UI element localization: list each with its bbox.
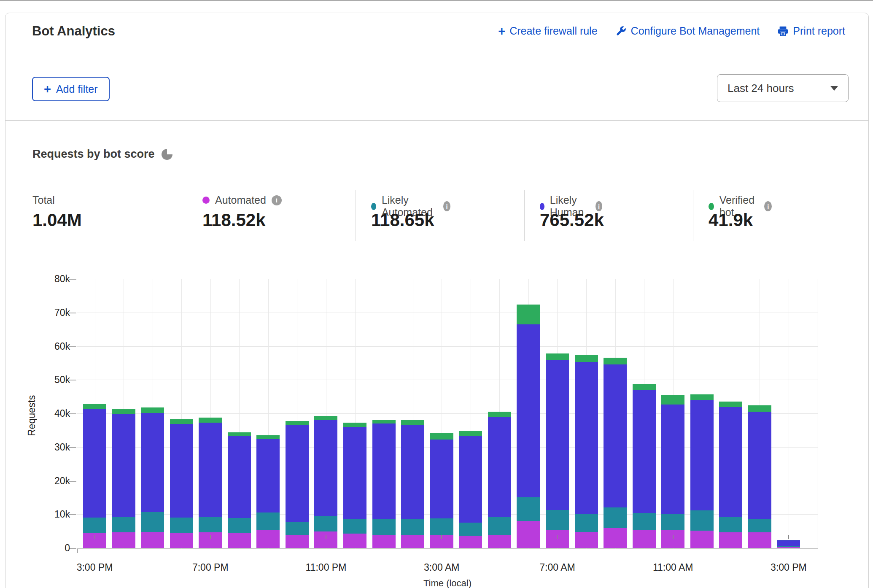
bar-segment [633, 384, 656, 390]
page-title: Bot Analytics [32, 24, 115, 39]
bar-group[interactable] [343, 423, 366, 548]
y-tick-label: 50k [25, 374, 70, 386]
x-gridline [817, 279, 817, 548]
page-top-border [0, 0, 873, 1]
add-filter-label: Add filter [56, 83, 98, 95]
chevron-down-icon [830, 86, 838, 91]
bar-segment [141, 512, 164, 532]
bar-group[interactable] [719, 402, 742, 548]
bar-segment [170, 424, 193, 518]
print-report-link[interactable]: Print report [777, 25, 845, 37]
bar-group[interactable] [777, 540, 800, 548]
bar-segment [459, 523, 482, 536]
create-firewall-rule-link[interactable]: + Create firewall rule [498, 25, 597, 37]
stat-total-label: Total [32, 194, 55, 206]
section-heading-row: Requests by bot score [32, 148, 172, 161]
time-range-value: Last 24 hours [728, 82, 794, 95]
bar-segment [633, 390, 656, 513]
printer-icon [777, 25, 789, 37]
bar-group[interactable] [604, 358, 627, 548]
bar-segment [343, 427, 366, 519]
bar-group[interactable] [83, 404, 106, 548]
bar-segment [343, 519, 366, 533]
x-tick-label: 3:00 PM [759, 562, 818, 573]
y-tick-label: 80k [25, 273, 70, 285]
bar-segment [546, 360, 569, 510]
bar-group[interactable] [401, 420, 424, 548]
x-tick-label: 7:00 PM [181, 562, 240, 573]
x-gridline [789, 279, 789, 548]
stat-divider [187, 190, 187, 241]
bar-group[interactable] [228, 432, 251, 548]
stat-total-value: 1.04M [32, 210, 82, 230]
bar-segment [517, 521, 540, 548]
bar-segment [83, 404, 106, 409]
bar-segment [372, 535, 396, 548]
bar-group[interactable] [141, 407, 164, 548]
bar-segment [777, 546, 800, 547]
bar-group[interactable] [661, 395, 684, 548]
y-tick-label: 60k [25, 341, 70, 352]
bar-group[interactable] [690, 394, 714, 548]
bar-segment [343, 423, 366, 427]
bar-group[interactable] [286, 421, 309, 548]
bar-segment [719, 407, 742, 517]
header: Bot Analytics + Create firewall rule Con… [5, 13, 869, 120]
info-icon[interactable]: i [272, 195, 282, 205]
stat-likely-automated-value: 118.65k [371, 210, 434, 230]
stat-automated-label: Automated [215, 194, 266, 206]
bar-group[interactable] [459, 431, 482, 548]
bar-segment [748, 412, 771, 519]
bar-group[interactable] [575, 355, 598, 548]
bar-segment [546, 510, 569, 530]
bar-segment [256, 435, 280, 439]
bar-segment [314, 416, 337, 420]
bar-group[interactable] [314, 416, 337, 548]
bar-segment [286, 522, 309, 535]
bar-segment [459, 436, 482, 523]
bar-group[interactable] [170, 419, 193, 548]
add-filter-button[interactable]: + Add filter [32, 77, 110, 101]
bar-segment [112, 414, 135, 518]
bar-segment [633, 513, 656, 530]
section-title: Requests by bot score [32, 148, 155, 161]
x-tick-label: 11:00 PM [296, 562, 356, 573]
x-tick-label: 3:00 AM [412, 562, 471, 573]
stat-likely-human-value: 765.52k [540, 210, 604, 230]
time-range-dropdown[interactable]: Last 24 hours [717, 74, 849, 102]
bar-group[interactable] [256, 435, 280, 548]
bar-segment [719, 402, 742, 407]
bar-group[interactable] [199, 418, 222, 548]
bar-group[interactable] [748, 405, 771, 548]
bar-group[interactable] [372, 420, 396, 548]
info-icon[interactable]: i [764, 201, 772, 211]
stat-verified-bot-value: 41.9k [709, 210, 753, 230]
bar-segment [517, 305, 540, 324]
bar-segment [488, 412, 511, 417]
info-icon[interactable]: i [443, 201, 450, 211]
bar-segment [430, 518, 453, 535]
bar-group[interactable] [546, 353, 569, 548]
bar-segment [199, 418, 222, 423]
bar-group[interactable] [112, 409, 135, 548]
configure-bot-management-link[interactable]: Configure Bot Management [615, 25, 760, 37]
bar-group[interactable] [488, 412, 511, 548]
bar-segment [343, 534, 366, 548]
bar-group[interactable] [517, 305, 540, 548]
bar-segment [141, 413, 164, 512]
header-actions: + Create firewall rule Configure Bot Man… [498, 25, 845, 37]
axis-corner-tick [77, 549, 78, 553]
bar-segment [112, 517, 135, 532]
likely-automated-legend-dot [371, 203, 376, 210]
bar-group[interactable] [633, 384, 656, 548]
x-tick [673, 535, 674, 539]
x-axis-line [77, 548, 818, 549]
bar-segment [719, 517, 742, 532]
bar-group[interactable] [430, 433, 453, 548]
bar-segment [604, 507, 627, 528]
requests-bar-chart: Requests Time (local) 010k20k30k40k50k60… [0, 266, 873, 588]
bar-segment [690, 531, 714, 548]
x-tick [210, 535, 211, 539]
y-tick-label: 30k [25, 442, 70, 453]
bar-segment [199, 532, 222, 548]
